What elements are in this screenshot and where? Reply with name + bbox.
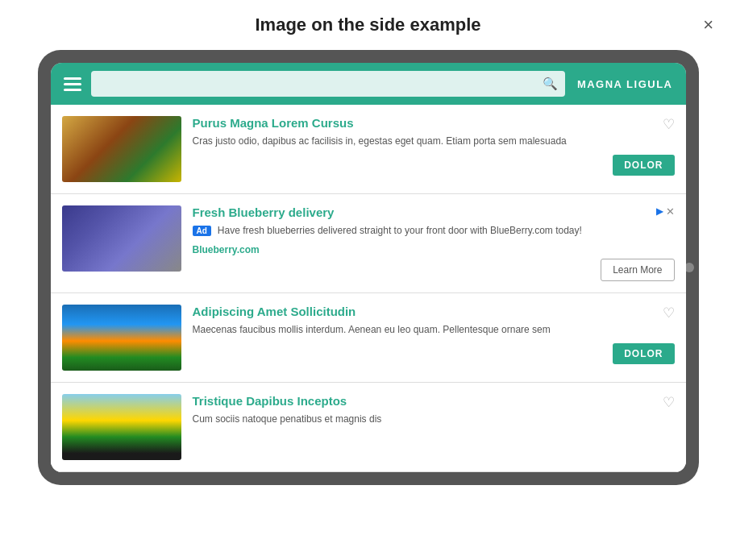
nav-bar: 🔍 MAGNA LIGULA — [51, 63, 686, 105]
hamburger-menu[interactable] — [64, 77, 81, 91]
item-image-food — [62, 116, 181, 182]
nav-brand: MAGNA LIGULA — [577, 78, 673, 90]
item-image-blueberry — [62, 205, 181, 272]
search-icon: 🔍 — [543, 77, 558, 91]
item-image-couple — [62, 394, 181, 460]
ad-close-icon[interactable]: ✕ — [666, 205, 675, 218]
favorite-icon[interactable]: ♡ — [663, 394, 675, 411]
dolor-button[interactable]: DOLOR — [613, 343, 674, 364]
ad-content: Fresh Blueberry delivery Ad Have fresh b… — [193, 205, 675, 281]
modal-header: Image on the side example × — [0, 0, 736, 50]
favorite-icon[interactable]: ♡ — [663, 116, 675, 133]
ad-title: Fresh Blueberry delivery — [193, 205, 675, 219]
screen: 🔍 MAGNA LIGULA Purus Magna Lorem Cursus … — [51, 63, 686, 472]
item-title: Tristique Dapibus Inceptos — [193, 394, 675, 408]
content-list: Purus Magna Lorem Cursus Cras justo odio… — [51, 105, 686, 472]
item-title: Purus Magna Lorem Cursus — [193, 116, 675, 130]
learn-more-button[interactable]: Learn More — [601, 259, 674, 281]
search-input[interactable] — [91, 71, 565, 97]
item-image-beach — [62, 305, 181, 371]
item-content: Purus Magna Lorem Cursus Cras justo odio… — [193, 116, 675, 182]
list-item: Purus Magna Lorem Cursus Cras justo odio… — [51, 105, 686, 194]
item-title: Adipiscing Amet Sollicitudin — [193, 305, 675, 318]
item-description: Cum sociis natoque penatibus et magnis d… — [193, 413, 675, 426]
item-description: Maecenas faucibus mollis interdum. Aenea… — [193, 323, 675, 337]
ad-badge-row: Ad Have fresh blueberries delivered stra… — [193, 224, 675, 238]
dolor-button[interactable]: DOLOR — [613, 155, 674, 176]
list-item: Adipiscing Amet Sollicitudin Maecenas fa… — [51, 293, 686, 383]
modal-title: Image on the side example — [256, 15, 481, 35]
ad-link[interactable]: Blueberry.com — [193, 244, 675, 255]
list-item: Tristique Dapibus Inceptos Cum sociis na… — [51, 383, 686, 472]
ad-info-icon[interactable]: ▶ — [656, 206, 663, 217]
item-content: Tristique Dapibus Inceptos Cum sociis na… — [193, 394, 675, 460]
ad-badge: Ad — [193, 226, 211, 236]
item-content: Adipiscing Amet Sollicitudin Maecenas fa… — [193, 305, 675, 371]
ad-item: Fresh Blueberry delivery Ad Have fresh b… — [51, 194, 686, 293]
ad-controls: ▶ ✕ — [656, 205, 675, 218]
close-button[interactable]: × — [703, 16, 713, 34]
tablet-frame: 🔍 MAGNA LIGULA Purus Magna Lorem Cursus … — [38, 50, 699, 485]
item-description: Cras justo odio, dapibus ac facilisis in… — [193, 135, 675, 148]
favorite-icon[interactable]: ♡ — [663, 305, 675, 321]
ad-description: Have fresh blueberries delivered straigh… — [218, 224, 582, 238]
